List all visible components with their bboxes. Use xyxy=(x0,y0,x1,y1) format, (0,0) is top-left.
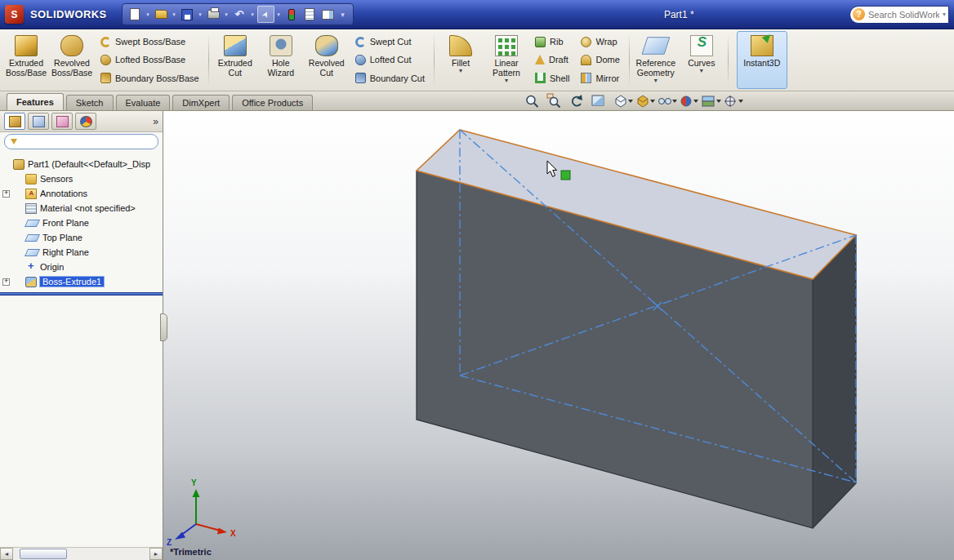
lofted-boss-icon xyxy=(100,55,111,65)
panel-expand-chevron[interactable] xyxy=(153,117,158,127)
tab-features[interactable]: Features xyxy=(7,93,64,110)
tree-item-part-root[interactable]: Part1 (Default<<Default>_Disp xyxy=(0,157,163,171)
zoom-fit-icon[interactable] xyxy=(527,96,538,108)
dropdown-caret[interactable] xyxy=(672,100,677,103)
extruded-boss-base-button[interactable]: Extruded Boss/Base xyxy=(3,31,49,89)
panel-splitter-handle[interactable] xyxy=(160,313,167,341)
filter-icon xyxy=(11,139,17,144)
tab-office-products[interactable]: Office Products xyxy=(232,95,313,110)
tree-filter-box[interactable] xyxy=(4,134,158,149)
tree-item-origin[interactable]: Origin xyxy=(0,260,163,274)
tree-item-sensors[interactable]: Sensors xyxy=(0,171,163,186)
edit-appearance-icon[interactable] xyxy=(681,96,698,106)
tab-dimxpert[interactable]: DimXpert xyxy=(172,95,230,110)
instant3d-drag-handle[interactable] xyxy=(561,171,570,180)
open-button[interactable] xyxy=(153,6,170,23)
fillet-button[interactable]: Fillet xyxy=(438,31,484,89)
dropdown-caret[interactable] xyxy=(628,100,633,103)
featuremanager-tab[interactable] xyxy=(4,113,25,130)
boundary-boss-base-button[interactable]: Boundary Boss/Base xyxy=(96,70,203,87)
rib-button[interactable]: Rib xyxy=(531,33,573,50)
toolbar-options-chevron[interactable] xyxy=(337,11,349,19)
expand-box[interactable] xyxy=(2,190,10,198)
configurationmanager-tab[interactable] xyxy=(51,113,73,130)
graphics-area[interactable]: Y X Z *Trimetric xyxy=(163,111,954,560)
tree-item-right-plane[interactable]: Right Plane xyxy=(0,245,163,260)
shell-button[interactable]: Shell xyxy=(531,70,573,87)
apply-scene-icon[interactable] xyxy=(702,96,721,106)
selected-tree-label: Boss-Extrude1 xyxy=(40,277,104,287)
boundary-cut-button[interactable]: Boundary Cut xyxy=(351,70,429,87)
quick-access-toolbar xyxy=(122,3,354,25)
dropdown-caret[interactable] xyxy=(650,100,655,103)
section-view-icon[interactable] xyxy=(592,96,604,105)
boundary-cut-icon xyxy=(355,73,366,83)
rebuild-button[interactable] xyxy=(283,6,301,23)
search-dropdown-caret[interactable] xyxy=(943,11,946,18)
swept-cut-icon xyxy=(355,37,366,47)
panel-horizontal-scrollbar[interactable] xyxy=(0,547,163,560)
view-settings-icon[interactable] xyxy=(724,96,743,107)
print-dropdown[interactable] xyxy=(223,11,230,18)
tree-item-front-plane[interactable]: Front Plane xyxy=(0,216,163,230)
scroll-left-button[interactable] xyxy=(0,548,13,560)
select-dropdown[interactable] xyxy=(275,11,283,18)
search-help-icon[interactable] xyxy=(853,8,865,20)
zoom-area-icon[interactable] xyxy=(547,94,560,108)
hole-wizard-button[interactable]: Hole Wizard xyxy=(258,31,304,89)
revolved-boss-base-button[interactable]: Revolved Boss/Base xyxy=(49,31,95,89)
new-document-button[interactable] xyxy=(127,6,144,23)
revolved-cut-button[interactable]: Revolved Cut xyxy=(304,31,350,89)
lofted-boss-base-button[interactable]: Lofted Boss/Base xyxy=(96,51,203,68)
expand-box[interactable] xyxy=(2,278,10,286)
open-dropdown[interactable] xyxy=(171,11,178,18)
extruded-cut-button[interactable]: Extruded Cut xyxy=(212,31,258,89)
previous-view-icon[interactable] xyxy=(573,95,582,106)
swept-cut-button[interactable]: Swept Cut xyxy=(351,33,429,50)
search-input[interactable] xyxy=(868,10,939,20)
swept-boss-base-button[interactable]: Swept Boss/Base xyxy=(96,33,203,50)
new-document-dropdown[interactable] xyxy=(145,11,152,18)
view-orientation-icon[interactable] xyxy=(616,96,633,107)
origin-icon xyxy=(25,262,37,273)
file-properties-button[interactable] xyxy=(301,6,319,23)
linear-pattern-button[interactable]: Linear Pattern xyxy=(484,31,529,89)
tree-item-boss-extrude1[interactable]: Boss-Extrude1 xyxy=(0,274,163,289)
curves-button[interactable]: Curves xyxy=(679,31,724,89)
select-button[interactable] xyxy=(257,6,274,23)
print-button[interactable] xyxy=(205,6,222,23)
scrollbar-thumb[interactable] xyxy=(20,549,67,559)
undo-dropdown[interactable] xyxy=(249,11,256,18)
annotations-icon xyxy=(25,189,37,199)
mirror-button[interactable]: Mirror xyxy=(577,70,623,87)
dropdown-caret[interactable] xyxy=(716,100,721,103)
draft-button[interactable]: Draft xyxy=(531,51,573,68)
wrap-button[interactable]: Wrap xyxy=(577,33,623,50)
tab-sketch[interactable]: Sketch xyxy=(66,95,114,110)
display-pane-button[interactable] xyxy=(319,6,337,23)
boundary-boss-icon xyxy=(100,73,111,83)
instant3d-button[interactable]: Instant3D xyxy=(737,31,787,89)
hide-show-items-icon[interactable] xyxy=(659,99,678,104)
commandmanager-tab-bar: Features Sketch Evaluate DimXpert Office… xyxy=(0,91,954,111)
tree-item-material[interactable]: Material <not specified> xyxy=(0,201,163,216)
search-box[interactable] xyxy=(849,6,949,24)
rib-small-group: Rib Draft Shell xyxy=(529,31,575,89)
undo-button[interactable] xyxy=(231,6,248,23)
dropdown-caret[interactable] xyxy=(693,100,698,103)
tab-evaluate[interactable]: Evaluate xyxy=(116,95,171,110)
save-button[interactable] xyxy=(179,6,196,23)
display-style-icon[interactable] xyxy=(638,96,655,107)
propertymanager-tab[interactable] xyxy=(28,113,49,130)
tree-item-top-plane[interactable]: Top Plane xyxy=(0,230,163,245)
displaymanager-tab[interactable] xyxy=(75,113,96,130)
save-dropdown[interactable] xyxy=(197,11,204,18)
scroll-right-button[interactable] xyxy=(149,548,163,560)
tree-item-annotations[interactable]: Annotations xyxy=(0,186,163,201)
dome-button[interactable]: Dome xyxy=(577,51,623,68)
box-right-face[interactable] xyxy=(813,235,856,528)
reference-geometry-button[interactable]: Reference Geometry xyxy=(633,31,679,89)
lofted-cut-button[interactable]: Lofted Cut xyxy=(351,51,429,68)
tree-filter-input[interactable] xyxy=(21,137,152,147)
dropdown-caret[interactable] xyxy=(738,100,743,103)
